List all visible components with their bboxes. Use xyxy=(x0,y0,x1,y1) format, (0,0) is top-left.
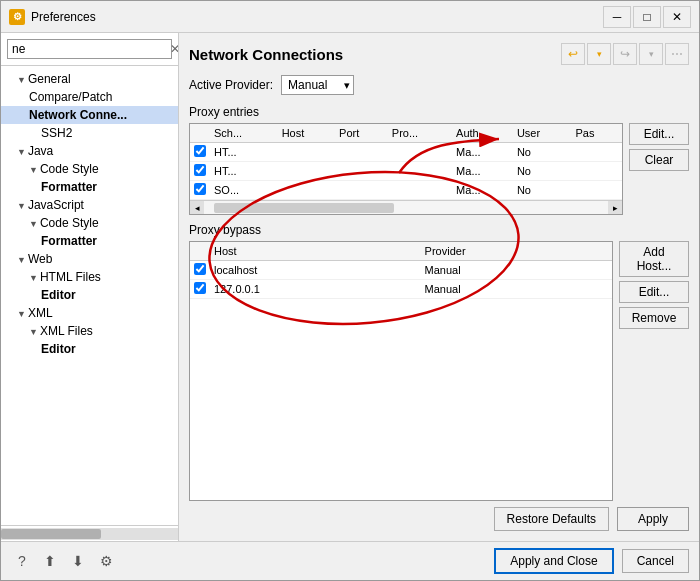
sidebar-item-html-files[interactable]: ▼HTML Files xyxy=(1,268,178,286)
row3-check[interactable] xyxy=(190,181,210,200)
export-icon[interactable]: ⬇ xyxy=(67,550,89,572)
table-row[interactable]: SO... Ma... No xyxy=(190,181,622,200)
proxy-table-scrollbar[interactable]: ◂ ▸ xyxy=(190,200,622,214)
edit-bypass-button[interactable]: Edit... xyxy=(619,281,689,303)
sidebar-item-ssh2[interactable]: SSH2 xyxy=(1,124,178,142)
row3-scheme: SO... xyxy=(210,181,278,200)
col-user[interactable]: User xyxy=(513,124,572,143)
row2-host xyxy=(278,162,335,181)
sidebar-item-xml[interactable]: ▼XML xyxy=(1,304,178,322)
col-port[interactable]: Port xyxy=(335,124,388,143)
dropdown2-button[interactable]: ▾ xyxy=(639,43,663,65)
apply-and-close-button[interactable]: Apply and Close xyxy=(494,548,613,574)
restore-defaults-button[interactable]: Restore Defaults xyxy=(494,507,609,531)
search-input-wrap: ✕ xyxy=(7,39,172,59)
row2-user: No xyxy=(513,162,572,181)
search-input[interactable] xyxy=(8,40,166,58)
proxy-bypass-label: Proxy bypass xyxy=(189,223,689,237)
right-panel: Network Connections ↩ ▾ ↪ ▾ ⋯ Active Pro… xyxy=(179,33,699,541)
scroll-thumb xyxy=(214,203,394,213)
bypass-row2-host: 127.0.0.1 xyxy=(210,280,421,299)
row2-scheme: HT... xyxy=(210,162,278,181)
sidebar-item-javascript[interactable]: ▼JavaScript xyxy=(1,196,178,214)
sidebar-tree: ▼General Compare/Patch Network Conne... … xyxy=(1,66,178,525)
help-icon[interactable]: ? xyxy=(11,550,33,572)
add-host-button[interactable]: Add Host... xyxy=(619,241,689,277)
sidebar-item-java-code-style[interactable]: ▼Code Style xyxy=(1,160,178,178)
more-button[interactable]: ⋯ xyxy=(665,43,689,65)
sidebar-item-xml-files[interactable]: ▼XML Files xyxy=(1,322,178,340)
cancel-button[interactable]: Cancel xyxy=(622,549,689,573)
sidebar-item-general[interactable]: ▼General xyxy=(1,70,178,88)
search-clear-button[interactable]: ✕ xyxy=(166,40,179,58)
edit-proxy-button[interactable]: Edit... xyxy=(629,123,689,145)
row2-port xyxy=(335,162,388,181)
sidebar-item-java[interactable]: ▼Java xyxy=(1,142,178,160)
sidebar-item-java-formatter[interactable]: Formatter xyxy=(1,178,178,196)
table-row[interactable]: HT... Ma... No xyxy=(190,143,622,162)
import-icon[interactable]: ⬆ xyxy=(39,550,61,572)
sidebar: ✕ ▼General Compare/Patch Network Conne..… xyxy=(1,33,179,541)
bypass-row2-provider: Manual xyxy=(421,280,612,299)
sidebar-item-js-code-style[interactable]: ▼Code Style xyxy=(1,214,178,232)
row1-host xyxy=(278,143,335,162)
title-bar: ⚙ Preferences ─ □ ✕ xyxy=(1,1,699,33)
bypass-col-host[interactable]: Host xyxy=(210,242,421,261)
maximize-button[interactable]: □ xyxy=(633,6,661,28)
bypass-col-check xyxy=(190,242,210,261)
col-pass[interactable]: Pas xyxy=(571,124,622,143)
bypass-side-btns: Add Host... Edit... Remove xyxy=(619,241,689,501)
row1-check[interactable] xyxy=(190,143,210,162)
expand-icon: ▼ xyxy=(17,75,26,85)
scroll-left-btn[interactable]: ◂ xyxy=(190,201,204,215)
bypass-col-provider[interactable]: Provider xyxy=(421,242,612,261)
row2-check[interactable] xyxy=(190,162,210,181)
bypass-row2-checkbox[interactable] xyxy=(194,282,206,294)
col-host[interactable]: Host xyxy=(278,124,335,143)
preferences-window: ⚙ Preferences ─ □ ✕ ✕ ▼General Compare/P… xyxy=(0,0,700,581)
col-proto[interactable]: Pro... xyxy=(388,124,452,143)
back-button[interactable]: ↩ xyxy=(561,43,585,65)
bypass-row[interactable]: localhost Manual xyxy=(190,261,612,280)
expand-icon-web: ▼ xyxy=(17,255,26,265)
row3-host xyxy=(278,181,335,200)
row3-checkbox[interactable] xyxy=(194,183,206,195)
bypass-row[interactable]: 127.0.0.1 Manual xyxy=(190,280,612,299)
row3-user: No xyxy=(513,181,572,200)
scroll-right-btn[interactable]: ▸ xyxy=(608,201,622,215)
row1-pass xyxy=(571,143,622,162)
close-button[interactable]: ✕ xyxy=(663,6,691,28)
forward-button[interactable]: ↪ xyxy=(613,43,637,65)
search-bar: ✕ xyxy=(1,33,178,66)
bypass-row1-provider: Manual xyxy=(421,261,612,280)
provider-select[interactable]: Manual None System xyxy=(281,75,354,95)
sidebar-item-network-connections[interactable]: Network Conne... xyxy=(1,106,178,124)
table-row[interactable]: HT... Ma... No xyxy=(190,162,622,181)
sidebar-item-compare-patch[interactable]: Compare/Patch xyxy=(1,88,178,106)
col-scheme[interactable]: Sch... xyxy=(210,124,278,143)
sidebar-item-xml-editor[interactable]: Editor xyxy=(1,340,178,358)
row2-pass xyxy=(571,162,622,181)
sidebar-scrollbar-track xyxy=(1,528,178,540)
apply-button[interactable]: Apply xyxy=(617,507,689,531)
expand-icon-xml-files: ▼ xyxy=(29,327,38,337)
clear-proxy-button[interactable]: Clear xyxy=(629,149,689,171)
remove-bypass-button[interactable]: Remove xyxy=(619,307,689,329)
settings-icon[interactable]: ⚙ xyxy=(95,550,117,572)
sidebar-item-web[interactable]: ▼Web xyxy=(1,250,178,268)
sidebar-scrollbar[interactable] xyxy=(1,525,178,541)
row3-pass xyxy=(571,181,622,200)
footer-row: ? ⬆ ⬇ ⚙ Apply and Close Cancel xyxy=(1,541,699,580)
row2-checkbox[interactable] xyxy=(194,164,206,176)
panel-toolbar: ↩ ▾ ↪ ▾ ⋯ xyxy=(561,43,689,65)
dropdown-button[interactable]: ▾ xyxy=(587,43,611,65)
bypass-row1-checkbox[interactable] xyxy=(194,263,206,275)
expand-icon-js: ▼ xyxy=(17,201,26,211)
row1-checkbox[interactable] xyxy=(194,145,206,157)
provider-select-wrap: Manual None System xyxy=(281,75,354,95)
sidebar-item-js-formatter[interactable]: Formatter xyxy=(1,232,178,250)
col-auth[interactable]: Auth xyxy=(452,124,513,143)
row3-port xyxy=(335,181,388,200)
minimize-button[interactable]: ─ xyxy=(603,6,631,28)
sidebar-item-html-editor[interactable]: Editor xyxy=(1,286,178,304)
